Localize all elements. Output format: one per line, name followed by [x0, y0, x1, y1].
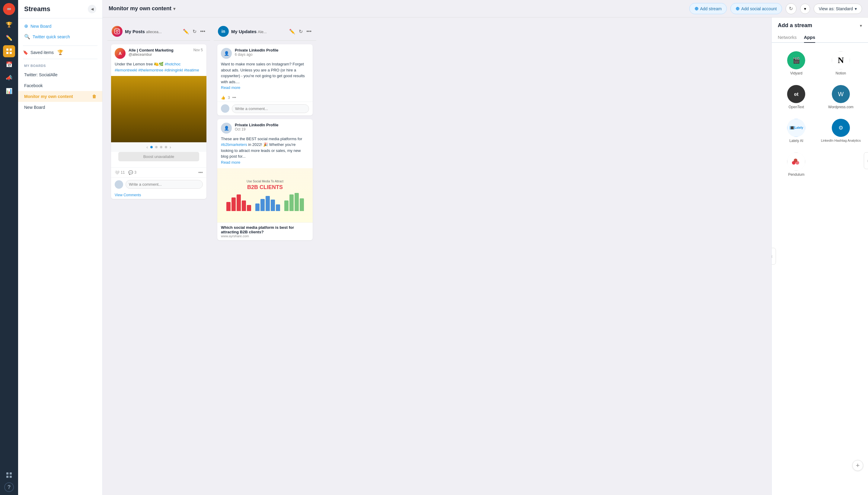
linkedin-hash-icon: ⚙ [832, 119, 850, 137]
li-comment-area-1 [217, 102, 313, 116]
pendulum-label: Pendulum [788, 172, 804, 177]
app-item-lately[interactable]: ⬛ Lately Lately AI [776, 115, 816, 147]
chart-link-text[interactable]: Which social media platform is best for … [221, 225, 309, 234]
streams-area: My Posts allecea... ✏️ ↻ ••• A [103, 17, 868, 495]
main-content: Monitor my own content ▾ ⊕ Add stream ⊕ … [103, 0, 868, 495]
li-post-more-1[interactable]: ••• [232, 96, 236, 100]
sidebar: Streams ◀ ⊕ New Board 🔍 Twitter quick se… [18, 0, 103, 495]
li-read-more-1[interactable]: Read more [221, 85, 240, 90]
like-action[interactable]: 🤍 11 [115, 170, 125, 175]
chart-bars [226, 193, 304, 211]
sidebar-item-monitor[interactable]: Monitor my own content 🗑 [18, 91, 102, 102]
nav-item-boards[interactable] [3, 45, 15, 57]
bar-6 [255, 204, 260, 211]
app-item-opentext[interactable]: ot OpenText [776, 81, 816, 113]
panel-prev-button[interactable]: ‹ [771, 248, 776, 265]
author-avatar: A [115, 48, 126, 59]
refresh-button[interactable]: ↻ [786, 3, 797, 14]
comment-input[interactable] [126, 180, 203, 189]
boost-button[interactable]: Boost unavailable [118, 152, 199, 161]
more-linkedin-stream-icon[interactable]: ••• [306, 28, 312, 35]
app-item-notion[interactable]: N Notion [819, 48, 863, 79]
svg-point-0 [7, 7, 12, 12]
post-more-icon[interactable]: ••• [198, 170, 203, 175]
panel-next-button[interactable]: › [864, 152, 868, 169]
column-header-actions-instagram: ✏️ ↻ ••• [182, 28, 206, 35]
nav-item-help[interactable]: ? [4, 482, 14, 492]
panel-tabs: Networks Apps [772, 29, 868, 43]
li-author-info-2: Private LinkedIn Profile Oct 19 [235, 123, 309, 132]
topbar: Monitor my own content ▾ ⊕ Add stream ⊕ … [103, 0, 868, 17]
tab-apps[interactable]: Apps [804, 32, 816, 43]
author-info: Alle | Content Marketing @alleceambur [129, 48, 191, 57]
li-author-info-1: Private LinkedIn Profile 6 days ago [235, 48, 309, 57]
add-stream-circle-button[interactable]: + [852, 460, 863, 471]
add-stream-label: Add stream [700, 6, 722, 11]
refresh-linkedin-stream-icon[interactable]: ↻ [298, 28, 303, 35]
new-board-button[interactable]: ⊕ New Board [23, 22, 97, 30]
panel-right-nav-container: › [864, 152, 868, 169]
image-dot-3[interactable] [160, 146, 162, 148]
li-author-name-2: Private LinkedIn Profile [235, 123, 309, 127]
tab-networks[interactable]: Networks [778, 32, 797, 43]
linkedin-column-body: 👤 Private LinkedIn Profile 6 days ago Wa… [214, 41, 316, 490]
more-options-dropdown[interactable]: ▾ [800, 4, 810, 14]
post-actions: 🤍 11 💬 3 ••• [111, 167, 207, 177]
add-stream-button[interactable]: ⊕ Add stream [689, 3, 727, 14]
comment-action[interactable]: 💬 3 [128, 170, 136, 175]
app-logo[interactable] [3, 3, 15, 15]
edit-stream-icon[interactable]: ✏️ [182, 28, 190, 35]
delete-board-icon[interactable]: 🗑 [92, 94, 96, 99]
view-comments-link[interactable]: View Comments [111, 191, 207, 199]
li-author-name-1: Private LinkedIn Profile [235, 48, 309, 52]
nav-item-trophy[interactable]: 🏆 [3, 19, 15, 31]
image-dot-1[interactable] [150, 146, 153, 148]
add-social-account-button[interactable]: ⊕ Add social account [731, 3, 782, 14]
sidebar-item-newboard[interactable]: New Board [18, 102, 102, 113]
image-prev-button[interactable]: ‹ [146, 145, 148, 150]
li-post-body-2: These are the BEST social media platform… [217, 136, 313, 169]
app-item-wordpress[interactable]: W Wordpress.com [819, 81, 863, 113]
sidebar-item-twitter[interactable]: Twitter: SocialAlle [18, 69, 102, 80]
nav-item-apps[interactable] [3, 469, 15, 481]
image-dot-4[interactable] [165, 146, 167, 148]
board-title-chevron[interactable]: ▾ [173, 6, 175, 11]
panel-title: Add a stream [778, 22, 812, 29]
li-post-date-1: 6 days ago [235, 52, 309, 57]
wordpress-icon: W [832, 85, 850, 103]
board-label-facebook: Facebook [24, 83, 43, 88]
app-item-vidyard[interactable]: 🎬 Vidyard [776, 48, 816, 79]
image-dot-2[interactable] [155, 146, 158, 148]
pendulum-icon [787, 153, 805, 171]
edit-linkedin-stream-icon[interactable]: ✏️ [289, 28, 296, 35]
refresh-stream-icon[interactable]: ↻ [192, 28, 197, 35]
app-item-linkedin-hash[interactable]: ⚙ LinkedIn Hashtag Analytics [819, 115, 863, 147]
topbar-board-title: Monitor my own content ▾ [109, 5, 175, 12]
bar-1 [226, 202, 231, 211]
sidebar-collapse-button[interactable]: ◀ [88, 5, 96, 13]
column-header-actions-linkedin: ✏️ ↻ ••• [289, 28, 312, 35]
svg-rect-16 [10, 476, 12, 478]
app-item-pendulum[interactable]: Pendulum [776, 149, 816, 180]
nav-item-calendar[interactable]: 📅 [3, 58, 15, 70]
view-as-button[interactable]: View as: Standard ▾ [814, 4, 862, 14]
svg-rect-15 [6, 476, 9, 478]
saved-items-item[interactable]: 🔖 Saved items 🏆 [18, 47, 102, 57]
li-post-header-2: 👤 Private LinkedIn Profile Oct 19 [217, 119, 313, 136]
li-read-more-2[interactable]: Read more [221, 160, 240, 165]
nav-item-notifications[interactable]: 📣 [3, 72, 15, 84]
li-comment-input-1[interactable] [232, 104, 309, 113]
bar-14 [300, 198, 304, 211]
nav-item-analytics[interactable]: 📊 [3, 85, 15, 97]
column-title-linkedin: My Updates Ale... [231, 29, 267, 34]
sidebar-divider-1 [23, 46, 97, 46]
twitter-search-button[interactable]: 🔍 Twitter quick search [23, 33, 97, 41]
bar-3 [236, 194, 241, 211]
panel-chevron-icon[interactable]: ▾ [860, 23, 862, 28]
image-next-button[interactable]: › [169, 145, 171, 150]
opentext-icon: ot [787, 85, 805, 103]
more-stream-icon[interactable]: ••• [199, 28, 206, 35]
svg-point-6 [10, 9, 10, 9]
nav-item-compose[interactable]: ✏️ [3, 32, 15, 44]
sidebar-item-facebook[interactable]: Facebook [18, 80, 102, 91]
